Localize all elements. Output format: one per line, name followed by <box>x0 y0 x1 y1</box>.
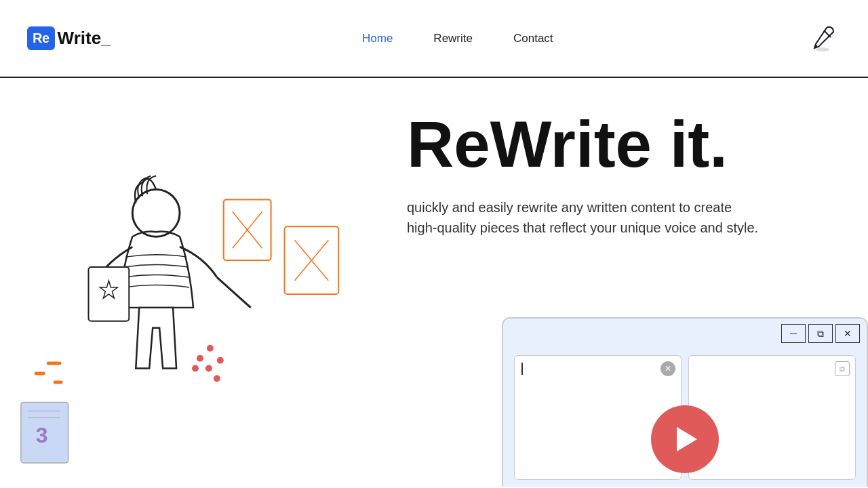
svg-rect-1 <box>47 362 62 365</box>
svg-point-7 <box>205 365 212 372</box>
play-button[interactable] <box>651 405 719 473</box>
clear-button[interactable]: ✕ <box>660 361 675 376</box>
window-minimize-button[interactable]: ─ <box>781 324 806 343</box>
pen-icon <box>808 24 837 54</box>
window-titlebar: ─ ⧉ ✕ <box>503 319 867 348</box>
svg-text:3: 3 <box>36 423 48 447</box>
logo-text: Write_ <box>58 28 111 49</box>
copy-button[interactable]: ⧉ <box>835 361 850 376</box>
nav-home[interactable]: Home <box>362 32 393 45</box>
logo[interactable]: Re Write_ <box>27 26 111 50</box>
nav-contact[interactable]: Contact <box>513 32 553 45</box>
nav-rewrite[interactable]: Rewrite <box>433 32 473 45</box>
window-content: ✕ ⧉ <box>503 348 867 487</box>
svg-point-8 <box>192 365 199 372</box>
app-window: ─ ⧉ ✕ ✕ ⧉ <box>502 317 868 487</box>
main-nav: Home Rewrite Contact <box>362 32 553 45</box>
svg-point-5 <box>197 355 203 362</box>
window-maximize-button[interactable]: ⧉ <box>808 324 833 343</box>
text-cursor <box>521 363 523 375</box>
pen-icon-container <box>804 20 841 57</box>
svg-rect-3 <box>54 381 63 384</box>
text-input-box[interactable]: ✕ <box>514 355 682 480</box>
logo-re-box: Re <box>27 26 55 50</box>
play-icon <box>677 427 697 451</box>
text-output-box: ⧉ <box>688 355 856 480</box>
illustration-area: 3 <box>0 78 380 487</box>
svg-point-10 <box>132 189 180 237</box>
content-area: ReWrite it. quickly and easily rewrite a… <box>380 78 868 487</box>
svg-point-0 <box>816 47 829 52</box>
svg-rect-2 <box>35 372 45 375</box>
svg-point-9 <box>214 375 220 382</box>
main-content: 3 ReWrite it. quickly and easily rewrite… <box>0 78 868 487</box>
hero-heading: ReWrite it. <box>407 112 841 177</box>
svg-point-6 <box>217 357 224 364</box>
hero-illustration: 3 <box>0 78 380 487</box>
logo-write: Write <box>58 28 102 48</box>
hero-subtext: quickly and easily rewrite any written c… <box>407 197 760 238</box>
hero-text: ReWrite it. quickly and easily rewrite a… <box>380 78 868 238</box>
window-close-button[interactable]: ✕ <box>835 324 860 343</box>
logo-cursor-span: _ <box>101 28 111 48</box>
svg-point-4 <box>207 345 214 352</box>
header: Re Write_ Home Rewrite Contact <box>0 0 868 78</box>
